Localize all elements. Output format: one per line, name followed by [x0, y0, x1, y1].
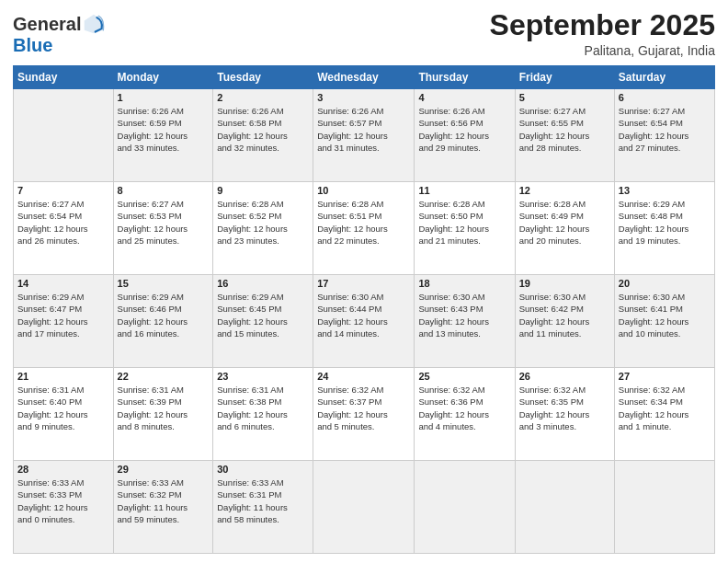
calendar-cell: 19Sunrise: 6:30 AM Sunset: 6:42 PM Dayli… — [515, 275, 614, 368]
calendar-cell: 28Sunrise: 6:33 AM Sunset: 6:33 PM Dayli… — [14, 461, 114, 554]
calendar-header-thursday: Thursday — [415, 66, 515, 89]
cell-date: 2 — [217, 92, 309, 103]
cell-date: 16 — [217, 278, 309, 289]
cell-info: Sunrise: 6:32 AM Sunset: 6:34 PM Dayligh… — [619, 384, 711, 432]
calendar-cell: 2Sunrise: 6:26 AM Sunset: 6:58 PM Daylig… — [213, 89, 313, 182]
cell-date: 20 — [619, 278, 711, 289]
calendar-cell: 10Sunrise: 6:28 AM Sunset: 6:51 PM Dayli… — [313, 182, 415, 275]
calendar-header-row: SundayMondayTuesdayWednesdayThursdayFrid… — [14, 66, 715, 89]
calendar-cell: 14Sunrise: 6:29 AM Sunset: 6:47 PM Dayli… — [14, 275, 114, 368]
calendar-cell: 25Sunrise: 6:32 AM Sunset: 6:36 PM Dayli… — [415, 368, 515, 461]
cell-date: 19 — [519, 278, 610, 289]
cell-date: 13 — [619, 185, 711, 196]
calendar-cell — [614, 461, 714, 554]
logo-general-text: General — [13, 14, 81, 34]
calendar-week-row: 21Sunrise: 6:31 AM Sunset: 6:40 PM Dayli… — [14, 368, 715, 461]
calendar-cell: 15Sunrise: 6:29 AM Sunset: 6:46 PM Dayli… — [113, 275, 213, 368]
calendar-cell: 13Sunrise: 6:29 AM Sunset: 6:48 PM Dayli… — [614, 182, 714, 275]
cell-date: 22 — [118, 371, 210, 382]
cell-date: 1 — [118, 92, 210, 103]
calendar-cell: 18Sunrise: 6:30 AM Sunset: 6:43 PM Dayli… — [415, 275, 515, 368]
calendar-cell: 17Sunrise: 6:30 AM Sunset: 6:44 PM Dayli… — [313, 275, 415, 368]
calendar-week-row: 14Sunrise: 6:29 AM Sunset: 6:47 PM Dayli… — [14, 275, 715, 368]
cell-info: Sunrise: 6:33 AM Sunset: 6:32 PM Dayligh… — [118, 477, 210, 525]
cell-info: Sunrise: 6:32 AM Sunset: 6:37 PM Dayligh… — [317, 384, 410, 432]
cell-date: 10 — [317, 185, 410, 196]
cell-info: Sunrise: 6:29 AM Sunset: 6:48 PM Dayligh… — [619, 198, 711, 247]
cell-info: Sunrise: 6:30 AM Sunset: 6:42 PM Dayligh… — [519, 291, 610, 339]
calendar-cell — [14, 89, 114, 182]
cell-date: 26 — [519, 371, 610, 382]
cell-info: Sunrise: 6:30 AM Sunset: 6:43 PM Dayligh… — [418, 291, 510, 339]
cell-info: Sunrise: 6:31 AM Sunset: 6:40 PM Dayligh… — [17, 384, 109, 432]
cell-info: Sunrise: 6:33 AM Sunset: 6:33 PM Dayligh… — [17, 477, 109, 525]
calendar-week-row: 7Sunrise: 6:27 AM Sunset: 6:54 PM Daylig… — [14, 182, 715, 275]
cell-info: Sunrise: 6:30 AM Sunset: 6:41 PM Dayligh… — [619, 291, 711, 339]
cell-info: Sunrise: 6:28 AM Sunset: 6:51 PM Dayligh… — [317, 198, 410, 247]
calendar-header-monday: Monday — [113, 66, 213, 89]
cell-date: 7 — [17, 185, 109, 196]
cell-info: Sunrise: 6:29 AM Sunset: 6:47 PM Dayligh… — [17, 291, 109, 339]
cell-date: 21 — [17, 371, 109, 382]
calendar-cell — [515, 461, 614, 554]
calendar-header-sunday: Sunday — [14, 66, 114, 89]
cell-date: 6 — [619, 92, 711, 103]
calendar-cell: 23Sunrise: 6:31 AM Sunset: 6:38 PM Dayli… — [213, 368, 313, 461]
calendar-cell: 11Sunrise: 6:28 AM Sunset: 6:50 PM Dayli… — [415, 182, 515, 275]
cell-info: Sunrise: 6:31 AM Sunset: 6:39 PM Dayligh… — [118, 384, 210, 432]
calendar-cell: 9Sunrise: 6:28 AM Sunset: 6:52 PM Daylig… — [213, 182, 313, 275]
cell-date: 27 — [619, 371, 711, 382]
cell-info: Sunrise: 6:26 AM Sunset: 6:59 PM Dayligh… — [118, 105, 210, 154]
calendar-cell: 3Sunrise: 6:26 AM Sunset: 6:57 PM Daylig… — [313, 89, 415, 182]
calendar-cell — [313, 461, 415, 554]
cell-info: Sunrise: 6:26 AM Sunset: 6:56 PM Dayligh… — [418, 105, 510, 154]
page: General Blue September 2025 Palitana, Gu… — [0, 0, 728, 563]
calendar-cell: 8Sunrise: 6:27 AM Sunset: 6:53 PM Daylig… — [113, 182, 213, 275]
cell-info: Sunrise: 6:29 AM Sunset: 6:45 PM Dayligh… — [217, 291, 309, 339]
cell-info: Sunrise: 6:30 AM Sunset: 6:44 PM Dayligh… — [317, 291, 410, 339]
calendar-header-wednesday: Wednesday — [313, 66, 415, 89]
cell-date: 23 — [217, 371, 309, 382]
cell-date: 11 — [418, 185, 510, 196]
calendar-cell — [415, 461, 515, 554]
calendar-cell: 29Sunrise: 6:33 AM Sunset: 6:32 PM Dayli… — [113, 461, 213, 554]
cell-date: 24 — [317, 371, 410, 382]
cell-date: 3 — [317, 92, 410, 103]
calendar-cell: 20Sunrise: 6:30 AM Sunset: 6:41 PM Dayli… — [614, 275, 714, 368]
cell-date: 8 — [118, 185, 210, 196]
cell-date: 9 — [217, 185, 309, 196]
cell-info: Sunrise: 6:32 AM Sunset: 6:35 PM Dayligh… — [519, 384, 610, 432]
cell-date: 15 — [118, 278, 210, 289]
title-month: September 2025 — [490, 9, 715, 41]
cell-info: Sunrise: 6:26 AM Sunset: 6:58 PM Dayligh… — [217, 105, 309, 154]
cell-date: 30 — [217, 464, 309, 475]
cell-info: Sunrise: 6:27 AM Sunset: 6:54 PM Dayligh… — [619, 105, 711, 154]
cell-date: 5 — [519, 92, 610, 103]
cell-date: 29 — [118, 464, 210, 475]
calendar-cell: 5Sunrise: 6:27 AM Sunset: 6:55 PM Daylig… — [515, 89, 614, 182]
calendar-header-saturday: Saturday — [614, 66, 714, 89]
cell-info: Sunrise: 6:27 AM Sunset: 6:53 PM Dayligh… — [118, 198, 210, 247]
cell-info: Sunrise: 6:28 AM Sunset: 6:50 PM Dayligh… — [418, 198, 510, 247]
cell-info: Sunrise: 6:33 AM Sunset: 6:31 PM Dayligh… — [217, 477, 309, 525]
calendar-cell: 6Sunrise: 6:27 AM Sunset: 6:54 PM Daylig… — [614, 89, 714, 182]
logo: General Blue — [13, 13, 105, 55]
cell-date: 25 — [418, 371, 510, 382]
title-location: Palitana, Gujarat, India — [490, 43, 715, 58]
logo-icon — [83, 13, 105, 35]
calendar-week-row: 28Sunrise: 6:33 AM Sunset: 6:33 PM Dayli… — [14, 461, 715, 554]
calendar-cell: 1Sunrise: 6:26 AM Sunset: 6:59 PM Daylig… — [113, 89, 213, 182]
calendar-cell: 30Sunrise: 6:33 AM Sunset: 6:31 PM Dayli… — [213, 461, 313, 554]
cell-date: 17 — [317, 278, 410, 289]
cell-info: Sunrise: 6:27 AM Sunset: 6:54 PM Dayligh… — [17, 198, 109, 247]
cell-date: 4 — [418, 92, 510, 103]
calendar-cell: 26Sunrise: 6:32 AM Sunset: 6:35 PM Dayli… — [515, 368, 614, 461]
calendar-cell: 7Sunrise: 6:27 AM Sunset: 6:54 PM Daylig… — [14, 182, 114, 275]
calendar-header-tuesday: Tuesday — [213, 66, 313, 89]
calendar-cell: 24Sunrise: 6:32 AM Sunset: 6:37 PM Dayli… — [313, 368, 415, 461]
cell-date: 18 — [418, 278, 510, 289]
cell-info: Sunrise: 6:27 AM Sunset: 6:55 PM Dayligh… — [519, 105, 610, 154]
cell-info: Sunrise: 6:32 AM Sunset: 6:36 PM Dayligh… — [418, 384, 510, 432]
header: General Blue September 2025 Palitana, Gu… — [13, 9, 715, 58]
cell-info: Sunrise: 6:29 AM Sunset: 6:46 PM Dayligh… — [118, 291, 210, 339]
